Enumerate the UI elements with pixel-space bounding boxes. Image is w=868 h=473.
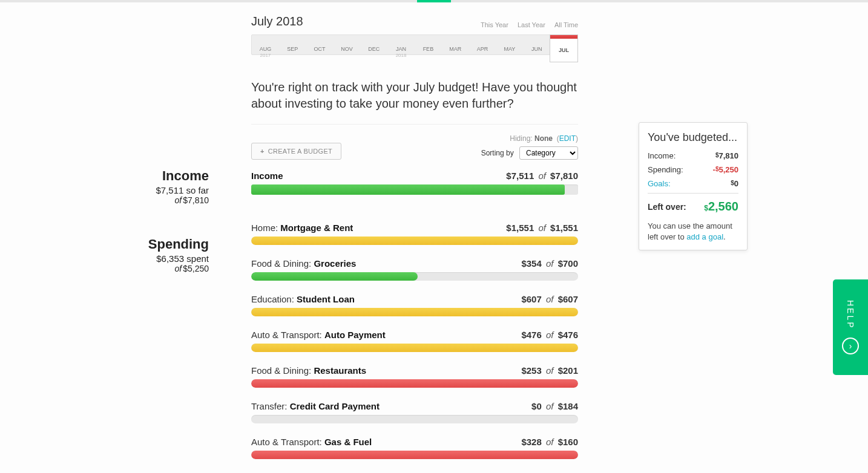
- income-budget-row[interactable]: Income $7,511 of $7,810: [251, 171, 578, 195]
- progress-bar: [251, 451, 578, 459]
- period-title: July 2018: [251, 15, 303, 28]
- month-oct[interactable]: OCT: [306, 35, 334, 54]
- sort-label: Sorting by: [481, 149, 514, 157]
- budget-row[interactable]: Education: Student Loan$607 of $607: [251, 294, 578, 316]
- progress-bar: [251, 236, 578, 245]
- budget-row[interactable]: Food & Dining: Restaurants$253 of $201: [251, 365, 578, 388]
- card-goals-value: $0: [731, 179, 738, 188]
- card-title: You've budgeted...: [648, 131, 738, 144]
- progress-bar: [251, 415, 578, 423]
- month-apr[interactable]: APR: [469, 35, 496, 54]
- range-this-year[interactable]: This Year: [481, 21, 508, 28]
- budget-row[interactable]: Transfer: Credit Card Payment$0 of $184: [251, 401, 578, 423]
- budget-row[interactable]: Home: Mortgage & Rent$1,551 of $1,551: [251, 223, 578, 245]
- month-dec[interactable]: DEC: [360, 35, 387, 54]
- range-links: This Year Last Year All Time: [473, 21, 578, 28]
- month-jul[interactable]: JUL: [550, 34, 578, 62]
- create-budget-button[interactable]: +CREATE A BUDGET: [251, 143, 341, 160]
- plus-icon: +: [260, 148, 265, 155]
- month-nov[interactable]: NOV: [333, 35, 360, 54]
- range-last-year[interactable]: Last Year: [518, 21, 545, 28]
- month-sep[interactable]: SEP: [279, 35, 306, 54]
- progress-bar: [251, 184, 578, 195]
- budget-row[interactable]: Food & Dining: Groceries$354 of $700: [251, 258, 578, 281]
- sort-select[interactable]: Category: [519, 146, 578, 160]
- goals-link[interactable]: Goals:: [648, 179, 671, 188]
- edit-hiding-link[interactable]: EDIT: [559, 134, 576, 143]
- chevron-right-icon: ›: [842, 338, 859, 354]
- sidebar-spending-spent: $6,353 spent: [0, 253, 209, 264]
- hiding-filter: Hiding: None (EDIT): [481, 134, 578, 143]
- month-aug[interactable]: AUG2017: [252, 35, 279, 54]
- insight-text: You're right on track with your July bud…: [251, 79, 578, 112]
- budgeted-summary-card: You've budgeted... Income: $7,810 Spendi…: [639, 122, 748, 250]
- month-jan[interactable]: JAN2018: [387, 35, 415, 54]
- leftover-value: $2,560: [704, 200, 738, 214]
- card-spending-value: -$5,250: [713, 165, 738, 174]
- sidebar-income-title: Income: [0, 168, 209, 184]
- range-all-time[interactable]: All Time: [554, 21, 578, 28]
- card-income-value: $7,810: [715, 151, 738, 160]
- sidebar-income-sofar: $7,511 so far: [0, 185, 209, 195]
- budget-row[interactable]: Auto & Transport: Auto Payment$476 of $4…: [251, 330, 578, 352]
- sidebar-spending-title: Spending: [0, 236, 209, 252]
- add-goal-link[interactable]: add a goal: [686, 232, 723, 241]
- budget-row[interactable]: Auto & Transport: Gas & Fuel$328 of $160: [251, 437, 578, 459]
- sidebar-income-summary: Income $7,511 so far of$7,810: [0, 168, 251, 205]
- progress-bar: [251, 379, 578, 388]
- month-selector[interactable]: AUG2017SEPOCTNOVDECJAN2018FEBMARAPRMAYJU…: [251, 34, 578, 55]
- month-feb[interactable]: FEB: [415, 35, 442, 54]
- month-may[interactable]: MAY: [496, 35, 523, 54]
- help-tab[interactable]: HELP ›: [833, 279, 868, 375]
- progress-bar: [251, 344, 578, 352]
- card-note: You can use the amount left over to add …: [648, 221, 738, 243]
- month-jun[interactable]: JUN: [523, 35, 550, 54]
- sidebar-spending-summary: Spending $6,353 spent of$5,250: [0, 236, 251, 273]
- month-mar[interactable]: MAR: [442, 35, 469, 54]
- help-label: HELP: [846, 300, 855, 330]
- progress-bar: [251, 272, 578, 281]
- progress-bar: [251, 308, 578, 316]
